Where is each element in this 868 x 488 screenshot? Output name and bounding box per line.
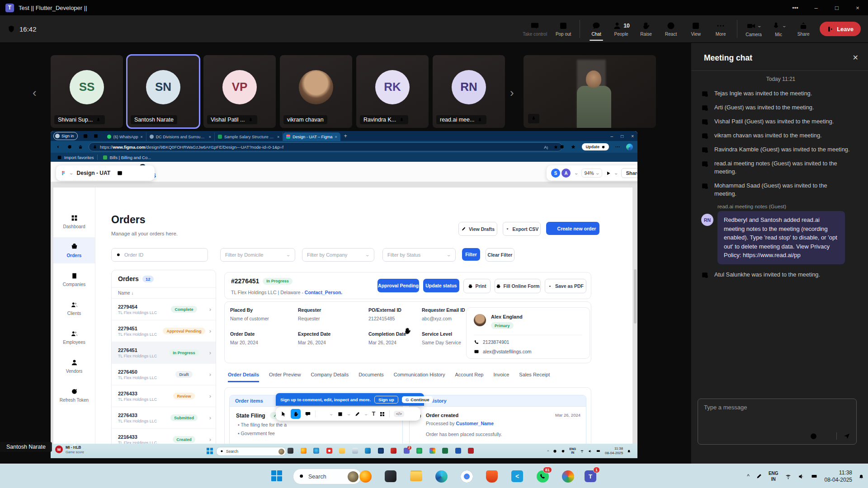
filter-company-dropdown[interactable]: Filter by Company ⌄ <box>302 248 374 262</box>
export-csv-button[interactable]: Export CSV <box>503 222 541 236</box>
presenter-app-icon[interactable]: 2 <box>404 448 410 454</box>
chrome-icon[interactable] <box>459 469 474 483</box>
people-button[interactable]: 10 People <box>613 21 630 37</box>
firefox-icon[interactable] <box>358 469 373 483</box>
comment-tool-icon[interactable] <box>305 411 311 417</box>
participant-tile-active-speaker[interactable]: SN Santosh Narate <box>127 55 199 128</box>
sidebar-item-employees[interactable]: Employees <box>53 324 95 350</box>
pen-tool-chevron-icon[interactable]: ⌄ <box>364 412 369 416</box>
taskbar-search[interactable]: Search <box>293 469 361 484</box>
url-field[interactable]: https://www.figma.com/design/9BKQ0FOHRWa… <box>89 142 562 151</box>
browser-close-icon[interactable]: × <box>631 134 634 139</box>
collaborator-avatar[interactable]: A <box>561 168 571 178</box>
presenter-app-icon[interactable] <box>313 448 319 454</box>
layout-panel-icon[interactable] <box>117 170 123 176</box>
browser-tab[interactable]: Design - UAT – Figma × <box>283 132 340 141</box>
sidebar-item-refresh-token[interactable]: Refresh Token <box>53 382 95 408</box>
detail-tab[interactable]: Order Details <box>228 372 259 382</box>
approval-pending-button[interactable]: Approval Pending <box>377 279 419 292</box>
chat-button[interactable]: Chat <box>588 21 605 37</box>
whatsapp-icon[interactable]: 81 <box>535 469 550 483</box>
text-tool-icon[interactable]: T <box>372 411 375 417</box>
edge-profile-icon[interactable] <box>626 144 633 150</box>
presenter-app-icon[interactable] <box>352 448 358 454</box>
present-chevron-icon[interactable]: ⌄ <box>614 171 619 175</box>
figma-menu-chevron-icon[interactable]: ⌄ <box>69 171 74 175</box>
presenter-app-icon[interactable] <box>468 448 474 454</box>
dark-app-icon[interactable] <box>383 469 398 483</box>
update-status-button[interactable]: Update status <box>423 279 459 292</box>
send-icon[interactable] <box>843 432 851 440</box>
presenter-app-icon[interactable] <box>378 448 384 454</box>
wifi-icon[interactable] <box>580 449 584 453</box>
tab-close-icon[interactable]: × <box>141 135 143 139</box>
presenter-app-icon[interactable] <box>429 448 435 454</box>
filter-domicile-dropdown[interactable]: Filter by Domicile ⌄ <box>220 248 295 262</box>
browser-maximize-icon[interactable]: □ <box>621 134 623 139</box>
save-as-pdf-button[interactable]: Save as PDF <box>545 279 586 293</box>
frame-tool-icon[interactable] <box>320 411 326 417</box>
more-button[interactable]: More <box>712 21 729 37</box>
browser-menu-icon[interactable] <box>615 144 620 150</box>
browser-update-button[interactable]: Update <box>582 143 609 150</box>
bookmark-import-favorites[interactable]: Import favorites <box>57 155 94 160</box>
presenter-app-icon[interactable] <box>326 448 332 454</box>
react-button[interactable]: React <box>662 21 679 37</box>
sidebar-item-orders[interactable]: Orders <box>53 237 95 263</box>
order-row[interactable]: 2276433 TL Flex Holdings LLC Review › <box>112 385 216 407</box>
collaborator-avatar[interactable]: S <box>550 168 561 178</box>
actions-tool-icon[interactable] <box>379 411 385 417</box>
order-row[interactable]: 2216433 TL Flex Holdings LLC Created › <box>112 429 216 444</box>
language-indicator[interactable]: ENGIN <box>569 447 576 455</box>
start-button[interactable] <box>271 470 283 482</box>
detail-tab[interactable]: Invoice <box>493 372 509 382</box>
bookmark-bills[interactable]: Bills | Billing and Co... <box>103 155 151 160</box>
file-explorer-icon[interactable] <box>409 469 423 483</box>
participant-tile[interactable]: RK Ravindra K... <box>356 55 429 128</box>
view-drafts-button[interactable]: View Drafts <box>458 222 497 236</box>
tray-globe-icon[interactable] <box>553 449 557 453</box>
shape-tool-chevron-icon[interactable]: ⌄ <box>346 412 351 416</box>
pen-tool-icon[interactable] <box>354 411 360 417</box>
presenter-app-icon[interactable] <box>455 448 461 454</box>
filter-clear-button[interactable]: Clear Filter <box>486 248 514 262</box>
notifications-icon[interactable] <box>627 449 631 453</box>
browser-scrollbar[interactable] <box>634 162 637 444</box>
order-row[interactable]: 2276451 TL Flex Holdings LLC In Progress… <box>112 342 216 364</box>
figma-logo-icon[interactable] <box>61 169 66 177</box>
chat-close-icon[interactable]: ✕ <box>853 53 859 62</box>
browser-signin-button[interactable]: Sign in <box>53 132 78 140</box>
edge-icon[interactable] <box>434 469 448 483</box>
workspaces-icon[interactable] <box>83 133 88 139</box>
shape-tool-icon[interactable] <box>337 411 343 417</box>
order-id-search-input[interactable]: Order ID <box>111 248 208 262</box>
maximize-button[interactable]: □ <box>826 0 847 15</box>
tray-sync-icon[interactable] <box>561 449 565 453</box>
home-icon[interactable] <box>78 144 83 150</box>
participant-tile[interactable]: SS Shivani Sup... <box>51 55 123 128</box>
order-row[interactable]: 2279454 TL Flex Holdings LLC Complete › <box>112 299 216 320</box>
mic-dropdown-icon[interactable]: ⌄ <box>782 23 787 28</box>
dev-mode-icon[interactable]: </> <box>394 411 404 417</box>
frame-tool-chevron-icon[interactable]: ⌄ <box>329 412 334 416</box>
language-indicator[interactable]: ENGIN <box>769 470 778 482</box>
tray-expand-icon[interactable]: ^ <box>747 473 750 479</box>
battery-icon[interactable] <box>596 449 601 453</box>
fill-online-form-button[interactable]: Fill Online Form <box>495 279 541 293</box>
back-icon[interactable] <box>56 144 61 150</box>
raise-hand-button[interactable]: Raise <box>637 21 655 37</box>
sidebar-item-dashboard[interactable]: Dashboard <box>53 208 95 235</box>
print-button[interactable]: Print <box>463 279 491 293</box>
share-button[interactable]: Share <box>795 21 812 37</box>
order-row[interactable]: 2276450 TL Flex Holdings LLC Draft › <box>112 364 216 385</box>
collaborators-chevron-icon[interactable]: ⌄ <box>574 171 579 175</box>
read-aloud-icon[interactable]: A) <box>544 145 548 150</box>
clock[interactable]: 11:3808-04-2025 <box>825 469 852 483</box>
tab-close-icon[interactable]: × <box>277 135 279 139</box>
leave-button[interactable]: Leave <box>820 22 861 36</box>
presenter-app-icon[interactable] <box>288 448 293 454</box>
scrollbar-thumb[interactable] <box>634 269 637 324</box>
detail-tab[interactable]: Documents <box>359 372 384 382</box>
spotlight-tile[interactable] <box>524 55 656 128</box>
participant-tile[interactable]: vikram chavan <box>280 55 352 128</box>
